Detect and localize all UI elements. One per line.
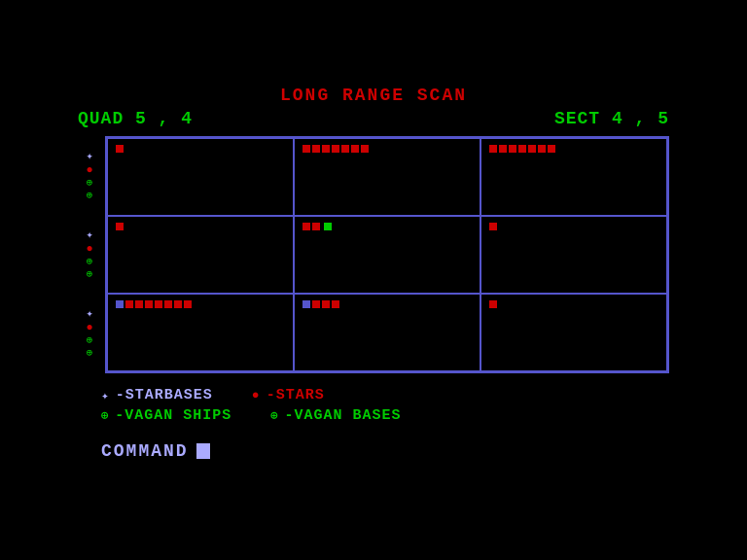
dot-red bbox=[361, 145, 369, 153]
row0-vagan-ship-icon: ⊕ bbox=[87, 178, 93, 189]
cell-2-1-content bbox=[302, 300, 472, 308]
cell-1-0 bbox=[107, 216, 294, 294]
dot-red bbox=[489, 145, 497, 153]
dot-red bbox=[116, 223, 124, 230]
dot-red bbox=[489, 300, 497, 308]
legend-starbases: ✦ -STARBASES bbox=[101, 387, 213, 403]
row-icon-group-1: ✦ ● ⊕ ⊕ bbox=[78, 216, 101, 294]
dot-blue bbox=[116, 300, 124, 308]
command-cursor[interactable] bbox=[196, 443, 210, 459]
cell-0-0 bbox=[107, 138, 294, 216]
legend-star-icon: ● bbox=[252, 388, 261, 402]
cell-1-1 bbox=[294, 216, 480, 294]
legend-row-1: ✦ -STARBASES ● -STARS bbox=[101, 387, 669, 403]
row1-starbase-icon: ✦ bbox=[86, 229, 92, 241]
cell-2-0-content bbox=[116, 300, 285, 308]
cell-0-0-content bbox=[116, 145, 285, 153]
scan-grid bbox=[105, 136, 669, 373]
dot-red bbox=[145, 300, 153, 308]
legend-vagan-base-label: -VAGAN BASES bbox=[285, 407, 402, 424]
legend-vagan-bases: ⊕ -VAGAN BASES bbox=[270, 407, 401, 424]
row2-star-icon: ● bbox=[86, 322, 92, 333]
legend-star-label: -STARS bbox=[267, 387, 325, 403]
row0-starbase-icon: ✦ bbox=[86, 151, 92, 162]
row1-vagan-base-icon: ⊕ bbox=[87, 269, 93, 280]
dot-red bbox=[341, 145, 349, 153]
command-area: COMMAND bbox=[0, 424, 747, 461]
cell-1-0-content bbox=[116, 223, 285, 230]
dot-red bbox=[155, 300, 162, 308]
cell-2-1 bbox=[294, 294, 480, 371]
cell-2-2-content bbox=[489, 300, 658, 308]
dot-red bbox=[351, 145, 359, 153]
page-title: LONG RANGE SCAN bbox=[280, 86, 467, 105]
cell-1-2-content bbox=[489, 223, 658, 230]
dot-red bbox=[184, 300, 192, 308]
row0-star-icon: ● bbox=[86, 164, 92, 176]
dot-red bbox=[116, 145, 124, 153]
legend-area: ✦ -STARBASES ● -STARS ⊕ -VAGAN SHIPS ⊕ -… bbox=[0, 373, 747, 424]
dot-red bbox=[302, 145, 310, 153]
legend-starbase-icon: ✦ bbox=[101, 388, 110, 403]
dot-red bbox=[518, 145, 526, 153]
row1-vagan-ship-icon: ⊕ bbox=[87, 257, 93, 267]
command-label: COMMAND bbox=[101, 441, 189, 461]
cell-2-0 bbox=[107, 294, 294, 371]
row2-starbase-icon: ✦ bbox=[86, 308, 92, 320]
scan-grid-area: ✦ ● ⊕ ⊕ ✦ ● ⊕ ⊕ ✦ ● ⊕ ⊕ bbox=[78, 136, 669, 373]
title-area: LONG RANGE SCAN bbox=[0, 0, 747, 105]
legend-vagan-base-icon: ⊕ bbox=[270, 408, 278, 423]
dot-red bbox=[332, 145, 339, 153]
sect-label: SECT 4 , 5 bbox=[554, 109, 669, 128]
dot-green bbox=[324, 223, 332, 230]
dot-red bbox=[548, 145, 555, 153]
legend-vagan-ships: ⊕ -VAGAN SHIPS bbox=[101, 407, 231, 424]
quad-label: QUAD 5 , 4 bbox=[78, 109, 193, 128]
cell-0-2-content bbox=[489, 145, 658, 153]
dot-red bbox=[322, 300, 330, 308]
row-icon-group-0: ✦ ● ⊕ ⊕ bbox=[78, 137, 101, 215]
row0-vagan-base-icon: ⊕ bbox=[87, 191, 93, 201]
legend-row-2: ⊕ -VAGAN SHIPS ⊕ -VAGAN BASES bbox=[101, 407, 669, 424]
dot-red bbox=[538, 145, 546, 153]
dot-red bbox=[322, 145, 330, 153]
row2-vagan-ship-icon: ⊕ bbox=[87, 335, 93, 346]
dot-red bbox=[302, 223, 310, 230]
cell-0-1-content bbox=[302, 145, 472, 153]
coord-row: QUAD 5 , 4 SECT 4 , 5 bbox=[0, 105, 747, 128]
cell-0-2 bbox=[480, 138, 667, 216]
row-icon-group-2: ✦ ● ⊕ ⊕ bbox=[78, 295, 101, 372]
cell-2-2 bbox=[480, 294, 667, 371]
dot-red bbox=[125, 300, 133, 308]
dot-red bbox=[312, 223, 320, 230]
legend-stars: ● -STARS bbox=[252, 387, 325, 403]
cell-1-2 bbox=[480, 216, 667, 294]
dot-red bbox=[509, 145, 516, 153]
row1-star-icon: ● bbox=[86, 243, 92, 255]
legend-starbase-label: -STARBASES bbox=[116, 387, 213, 403]
dot-red bbox=[312, 145, 320, 153]
row-icons: ✦ ● ⊕ ⊕ ✦ ● ⊕ ⊕ ✦ ● ⊕ ⊕ bbox=[78, 136, 101, 373]
dot-red bbox=[499, 145, 507, 153]
dot-blue bbox=[302, 300, 310, 308]
legend-vagan-ship-label: -VAGAN SHIPS bbox=[115, 407, 231, 424]
cell-1-1-content bbox=[302, 223, 472, 240]
cell-0-1 bbox=[294, 138, 480, 216]
legend-vagan-ship-icon: ⊕ bbox=[101, 408, 109, 423]
row2-vagan-base-icon: ⊕ bbox=[87, 348, 93, 359]
app: LONG RANGE SCAN QUAD 5 , 4 SECT 4 , 5 ✦ … bbox=[0, 0, 747, 560]
dot-red bbox=[528, 145, 536, 153]
dot-red bbox=[164, 300, 172, 308]
dot-red bbox=[332, 300, 339, 308]
dot-red bbox=[174, 300, 182, 308]
dot-red bbox=[312, 300, 320, 308]
dot-red bbox=[135, 300, 143, 308]
dot-red bbox=[489, 223, 497, 230]
